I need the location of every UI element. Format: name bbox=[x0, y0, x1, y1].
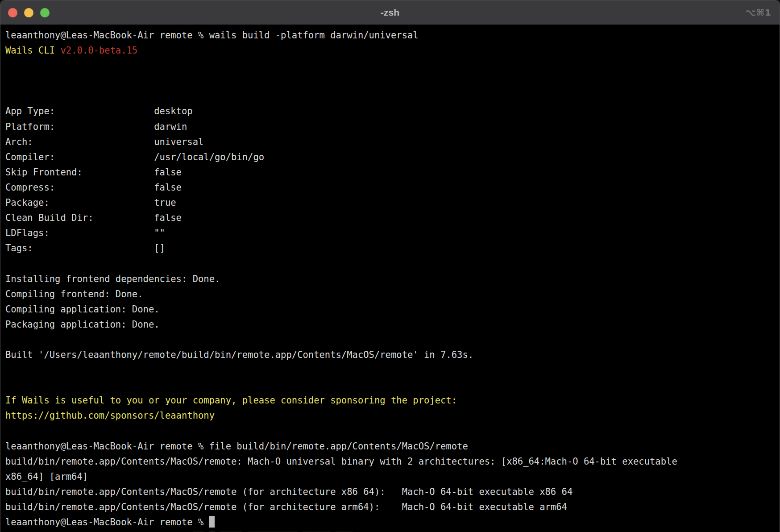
terminal-line bbox=[5, 58, 780, 73]
terminal-text: Clean Build Dir: false bbox=[5, 212, 182, 223]
terminal-line: Package: true bbox=[5, 195, 780, 210]
terminal-line: Built '/Users/leaanthony/remote/build/bi… bbox=[5, 347, 780, 362]
terminal-window: -zsh ⌥⌘1 leaanthony@Leas-MacBook-Air rem… bbox=[0, 0, 780, 532]
terminal-line: leaanthony@Leas-MacBook-Air remote % fil… bbox=[5, 439, 780, 454]
terminal-line bbox=[5, 256, 780, 271]
terminal-line: Arch: universal bbox=[5, 134, 780, 150]
terminal-text: https://github.com/sponsors/leaanthony bbox=[5, 410, 215, 421]
zoom-button[interactable] bbox=[40, 8, 50, 17]
terminal-line: Compress: false bbox=[5, 180, 780, 195]
terminal-line bbox=[5, 423, 780, 438]
terminal-text: build/bin/remote.app/Contents/MacOS/remo… bbox=[5, 486, 573, 497]
terminal-text: Built '/Users/leaanthony/remote/build/bi… bbox=[5, 349, 473, 360]
terminal-cursor bbox=[209, 516, 215, 528]
terminal-line: Compiling frontend: Done. bbox=[5, 287, 780, 302]
terminal-text: leaanthony@Leas-MacBook-Air remote % fil… bbox=[5, 441, 468, 452]
terminal-screen[interactable]: leaanthony@Leas-MacBook-Air remote % wai… bbox=[0, 25, 780, 532]
titlebar[interactable]: -zsh ⌥⌘1 bbox=[0, 0, 780, 25]
tab-shortcut-badge: ⌥⌘1 bbox=[745, 0, 772, 25]
terminal-line: Compiler: /usr/local/go/bin/go bbox=[5, 150, 780, 165]
terminal-text: Packaging application: Done. bbox=[5, 319, 160, 330]
window-title: -zsh bbox=[0, 7, 780, 18]
terminal-line bbox=[5, 73, 780, 88]
terminal-text: If Wails is useful to you or your compan… bbox=[5, 395, 457, 406]
terminal-text: Compiling frontend: Done. bbox=[5, 289, 143, 299]
terminal-line: Packaging application: Done. bbox=[5, 317, 780, 332]
terminal-line: Platform: darwin bbox=[5, 119, 780, 134]
terminal-line: Wails CLI v2.0.0-beta.15 bbox=[5, 43, 780, 58]
terminal-text: Skip Frontend: false bbox=[5, 167, 182, 178]
terminal-line: build/bin/remote.app/Contents/MacOS/remo… bbox=[5, 454, 780, 469]
terminal-line bbox=[5, 332, 780, 347]
terminal-line bbox=[5, 88, 780, 104]
terminal-line: https://github.com/sponsors/leaanthony bbox=[5, 408, 780, 423]
terminal-text: leaanthony@Leas-MacBook-Air remote % bbox=[5, 517, 209, 528]
terminal-text: build/bin/remote.app/Contents/MacOS/remo… bbox=[5, 502, 567, 512]
terminal-prompt-line: leaanthony@Leas-MacBook-Air remote % bbox=[5, 515, 780, 530]
terminal-text: Wails CLI bbox=[5, 45, 60, 56]
terminal-text: Platform: darwin bbox=[5, 121, 187, 132]
terminal-line: Installing frontend dependencies: Done. bbox=[5, 271, 780, 287]
minimize-button[interactable] bbox=[24, 8, 33, 17]
terminal-line: ▀▀ ▀ ▀▀▀▀ ▀▀▀▀▀▀▀▀▀ ▀▀▀▀▀ ▀▀▀ bbox=[5, 530, 780, 532]
terminal-text: leaanthony@Leas-MacBook-Air remote % wai… bbox=[5, 30, 419, 41]
terminal-text: Compiling application: Done. bbox=[5, 304, 160, 315]
terminal-line: LDFlags: "" bbox=[5, 225, 780, 241]
close-button[interactable] bbox=[8, 8, 17, 17]
terminal-line bbox=[5, 362, 780, 378]
terminal-line: x86_64] [arm64] bbox=[5, 469, 780, 484]
terminal-line: build/bin/remote.app/Contents/MacOS/remo… bbox=[5, 499, 780, 515]
terminal-line: If Wails is useful to you or your compan… bbox=[5, 393, 780, 408]
terminal-line: build/bin/remote.app/Contents/MacOS/remo… bbox=[5, 484, 780, 499]
terminal-line: Compiling application: Done. bbox=[5, 302, 780, 317]
terminal-line: leaanthony@Leas-MacBook-Air remote % wai… bbox=[5, 28, 780, 43]
traffic-lights bbox=[8, 0, 50, 25]
terminal-text: Package: true bbox=[5, 197, 176, 208]
terminal-text: x86_64] [arm64] bbox=[5, 471, 88, 482]
terminal-line: Tags: [] bbox=[5, 241, 780, 256]
terminal-text: Compress: false bbox=[5, 182, 182, 193]
terminal-line: App Type: desktop bbox=[5, 104, 780, 119]
terminal-line bbox=[5, 378, 780, 393]
terminal-text: Tags: [] bbox=[5, 243, 165, 254]
terminal-text: LDFlags: "" bbox=[5, 228, 165, 238]
terminal-line: Skip Frontend: false bbox=[5, 165, 780, 180]
terminal-text: Arch: universal bbox=[5, 137, 203, 147]
terminal-text: App Type: desktop bbox=[5, 106, 193, 116]
terminal-text: build/bin/remote.app/Contents/MacOS/remo… bbox=[5, 456, 677, 467]
terminal-line: Clean Build Dir: false bbox=[5, 210, 780, 225]
terminal-text: Installing frontend dependencies: Done. bbox=[5, 274, 220, 284]
terminal-text: Compiler: /usr/local/go/bin/go bbox=[5, 152, 264, 162]
terminal-text: v2.0.0-beta.15 bbox=[60, 45, 137, 56]
